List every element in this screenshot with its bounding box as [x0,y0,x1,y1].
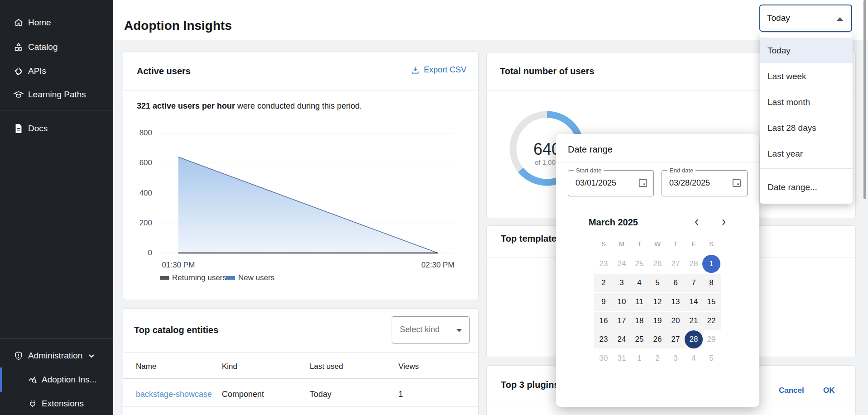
calendar-icon[interactable] [732,178,742,188]
sidebar-item-catalog[interactable]: Catalog [0,37,113,57]
calendar-day[interactable]: 1 [630,349,648,367]
page-scrollbar[interactable] [863,0,866,199]
table-row-divider [123,406,478,407]
sidebar: Home Catalog APIs Learning Paths Docs [0,0,113,415]
day-of-week-header: T [633,240,646,248]
summary-bold: 321 active users per hour [137,101,235,110]
calendar-day[interactable]: 24 [613,255,631,273]
calendar-day[interactable]: 13 [667,293,685,311]
calendar-day[interactable]: 29 [702,330,720,348]
next-month-button[interactable] [719,218,728,226]
card-title: Total number of users [500,66,595,76]
ok-button[interactable]: OK [820,383,839,398]
docs-icon [14,124,24,134]
page-header: Adoption Insights [113,0,868,40]
adoption-insights-screen: Home Catalog APIs Learning Paths Docs [0,0,868,415]
entity-last-used: Today [310,390,331,399]
menu-item-last-month[interactable]: Last month [760,89,853,115]
card-title: Top templates [501,234,561,244]
card-divider [123,90,478,91]
day-of-week-header: M [615,240,628,248]
calendar-day[interactable]: 1 [702,255,720,273]
sidebar-item-label: APIs [28,66,46,76]
card-title: Active users [137,66,191,76]
card-title: Top catalog entities [134,325,218,335]
calendar-day[interactable]: 3 [667,349,685,367]
calendar-day[interactable]: 4 [630,274,648,292]
calendar-day[interactable]: 26 [648,330,667,348]
sidebar-item-home[interactable]: Home [0,13,113,33]
menu-item-last-28-days[interactable]: Last 28 days [760,115,853,141]
prev-month-button[interactable] [693,218,701,226]
calendar-day[interactable]: 12 [648,293,667,311]
calendar-day[interactable]: 19 [648,312,667,330]
calendar-day[interactable]: 16 [595,312,613,330]
cancel-button[interactable]: Cancel [775,383,808,398]
column-header-name[interactable]: Name [136,362,156,371]
calendar-day[interactable]: 5 [648,274,667,292]
sidebar-item-label: Home [28,18,51,28]
menu-item-last-year[interactable]: Last year [760,141,853,167]
calendar-day[interactable]: 30 [595,349,613,367]
calendar-day[interactable]: 27 [667,330,685,348]
day-of-week-header: W [651,240,664,248]
calendar-day[interactable]: 31 [613,349,631,367]
calendar-day[interactable]: 23 [595,255,613,273]
calendar-day[interactable]: 27 [667,255,685,273]
calendar-day[interactable]: 25 [630,330,648,348]
sidebar-item-adoption-insights[interactable]: Adoption Ins... [0,370,113,390]
entity-link[interactable]: backstage-showcase [136,390,212,399]
calendar-day[interactable]: 8 [702,274,720,292]
day-of-week-header: T [669,240,682,248]
calendar-day[interactable]: 2 [648,349,667,367]
column-header-kind[interactable]: Kind [222,362,237,371]
calendar-day[interactable]: 28 [685,255,703,273]
calendar-day[interactable]: 3 [613,274,631,292]
calendar-day[interactable]: 14 [685,293,703,311]
calendar-day[interactable]: 15 [702,293,720,311]
calendar-day[interactable]: 21 [685,312,703,330]
calendar-day[interactable]: 24 [613,330,631,348]
column-header-views[interactable]: Views [398,362,419,371]
menu-item-today[interactable]: Today [760,38,853,63]
calendar-day[interactable]: 18 [630,312,648,330]
day-of-week-header: S [597,240,610,248]
calendar-day[interactable]: 9 [595,293,613,311]
calendar-day[interactable]: 11 [630,293,648,311]
calendar-day[interactable]: 2 [595,274,613,292]
period-select[interactable]: Today [759,5,852,32]
y-tick: 600 [129,158,152,167]
sidebar-item-learning-paths[interactable]: Learning Paths [0,85,113,105]
sidebar-item-administration[interactable]: Administration [0,346,113,366]
calendar-day[interactable]: 10 [613,293,631,311]
apis-icon [14,66,24,76]
y-tick: 0 [129,248,152,258]
legend-label: Returning users [172,273,226,282]
end-date-field[interactable]: End date 03/28/2025 [662,170,748,196]
calendar-day[interactable]: 26 [648,255,667,273]
menu-item-date-range[interactable]: Date range... [760,174,853,200]
sidebar-item-apis[interactable]: APIs [0,61,113,81]
sidebar-item-extensions[interactable]: Extensions [0,394,113,414]
calendar-day[interactable]: 25 [630,255,648,273]
calendar-day[interactable]: 20 [667,312,685,330]
chart-summary: 321 active users per hour were conducted… [137,101,362,111]
column-header-last-used[interactable]: Last used [310,362,343,371]
calendar-day[interactable]: 4 [685,349,703,367]
calendar-day[interactable]: 5 [702,349,720,367]
calendar-day[interactable]: 22 [702,312,720,330]
calendar-day[interactable]: 7 [685,274,703,292]
start-date-field[interactable]: Start date 03/01/2025 [568,170,654,196]
sidebar-item-label: Administration [28,351,82,361]
calendar-day[interactable]: 28 [685,330,703,348]
menu-item-last-week[interactable]: Last week [760,63,853,89]
sidebar-item-docs[interactable]: Docs [0,119,113,138]
end-date-label: End date [667,167,695,174]
calendar-day[interactable]: 6 [667,274,685,292]
kind-select[interactable]: Select kind [392,316,470,343]
legend-swatch [160,276,169,280]
calendar-day[interactable]: 23 [595,330,613,348]
calendar-day[interactable]: 17 [613,312,631,330]
export-csv-button[interactable]: Export CSV [411,65,466,75]
calendar-icon[interactable] [638,178,648,188]
